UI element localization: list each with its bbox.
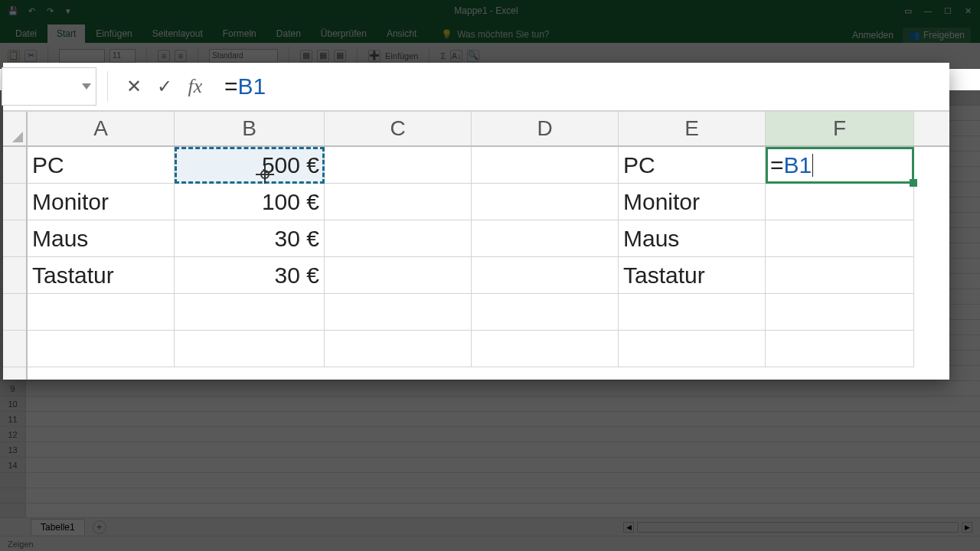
cell-B4[interactable]: 30 €: [175, 257, 325, 294]
cell-E5[interactable]: [619, 294, 766, 331]
font-size-dropdown[interactable]: 11: [109, 49, 136, 63]
tab-daten[interactable]: Daten: [267, 24, 310, 43]
formula-bar: ✕ ✓ fx =B1: [3, 63, 949, 112]
scroll-left-button[interactable]: ◀: [623, 522, 634, 533]
row-header-6[interactable]: [3, 331, 26, 367]
column-header-E[interactable]: E: [619, 112, 766, 145]
share-button[interactable]: 👥 Freigeben: [903, 28, 971, 43]
minimize-button[interactable]: —: [919, 3, 937, 18]
horizontal-scrollbar[interactable]: [637, 522, 959, 533]
new-sheet-button[interactable]: +: [93, 520, 106, 534]
tell-me-search[interactable]: 💡 Was möchten Sie tun?: [435, 26, 555, 43]
cell-E1[interactable]: PC: [619, 147, 766, 184]
column-header-D[interactable]: D: [472, 112, 619, 145]
cell-D3[interactable]: [472, 220, 619, 257]
font-name-dropdown[interactable]: [59, 49, 105, 63]
cell-F5[interactable]: [766, 294, 914, 331]
worksheet-grid[interactable]: ABCDEF PC500 €PC=B1Monitor100 €MonitorMa…: [3, 112, 949, 380]
cell-A4[interactable]: Tastatur: [28, 257, 175, 294]
cell-F6[interactable]: [766, 331, 914, 367]
align-left-icon[interactable]: ≡: [158, 50, 170, 62]
cell-F2[interactable]: [766, 184, 914, 220]
column-header-A[interactable]: A: [28, 112, 175, 145]
row-header-4[interactable]: [3, 257, 26, 294]
tab-ueberpruefen[interactable]: Überprüfen: [312, 24, 376, 43]
tab-einfuegen[interactable]: Einfügen: [87, 24, 141, 43]
cell-C3[interactable]: [325, 220, 472, 257]
cell-E6[interactable]: [619, 331, 766, 367]
cell-F3[interactable]: [766, 220, 914, 257]
tab-start[interactable]: Start: [47, 24, 85, 43]
insert-cells-icon[interactable]: ➕: [368, 50, 381, 62]
tab-formeln[interactable]: Formeln: [214, 24, 266, 43]
cut-icon[interactable]: ✂: [24, 50, 37, 62]
format-table-icon[interactable]: ▦: [317, 50, 329, 62]
qat-dropdown-icon[interactable]: ▾: [63, 5, 74, 16]
row-header-3[interactable]: [3, 220, 26, 257]
cell-styles-icon[interactable]: ▦: [334, 50, 346, 62]
undo-icon[interactable]: ↶: [26, 5, 37, 16]
cell-A1[interactable]: PC: [28, 147, 175, 184]
column-headers[interactable]: ABCDEF: [28, 112, 949, 147]
cell-E4[interactable]: Tastatur: [619, 257, 766, 294]
cell-B6[interactable]: [175, 331, 325, 367]
formula-cancel-button[interactable]: ✕: [119, 71, 149, 102]
cell-C6[interactable]: [325, 331, 472, 367]
redo-icon[interactable]: ↷: [44, 5, 55, 16]
align-center-icon[interactable]: ≡: [175, 50, 187, 62]
row-header-5[interactable]: [3, 294, 26, 331]
cell-D2[interactable]: [472, 184, 619, 220]
tab-seitenlayout[interactable]: Seitenlayout: [143, 24, 212, 43]
formula-input[interactable]: =B1: [211, 73, 949, 99]
cell-B3[interactable]: 30 €: [175, 220, 325, 257]
cell-A3[interactable]: Maus: [28, 220, 175, 257]
name-box[interactable]: [2, 67, 96, 106]
cell-B2[interactable]: 100 €: [175, 184, 325, 220]
select-all-button[interactable]: [3, 112, 28, 147]
cell-C2[interactable]: [325, 184, 472, 220]
lightbulb-icon: 💡: [441, 29, 452, 40]
insert-function-button[interactable]: fx: [180, 71, 211, 102]
close-button[interactable]: ✕: [959, 3, 977, 18]
ribbon-display-icon[interactable]: ▭: [899, 3, 917, 18]
formula-enter-button[interactable]: ✓: [149, 71, 180, 102]
paste-icon[interactable]: 📋: [8, 50, 20, 62]
ribbon-tabs: Datei Start Einfügen Seitenlayout Formel…: [0, 21, 980, 43]
sheet-tab-tabelle1[interactable]: Tabelle1: [31, 519, 85, 535]
autosum-icon[interactable]: Σ: [440, 51, 446, 60]
cell-B5[interactable]: [175, 294, 325, 331]
column-header-F[interactable]: F: [766, 112, 914, 145]
cell-C4[interactable]: [325, 257, 472, 294]
conditional-format-icon[interactable]: ▦: [300, 50, 312, 62]
cell-A2[interactable]: Monitor: [28, 184, 175, 220]
cell-F1[interactable]: =B1: [766, 147, 914, 184]
row-header-2[interactable]: [3, 184, 26, 220]
cell-D6[interactable]: [472, 331, 619, 367]
cell-F4[interactable]: [766, 257, 914, 294]
scroll-right-button[interactable]: ▶: [962, 522, 972, 533]
row-headers[interactable]: [3, 147, 28, 380]
name-box-dropdown-icon[interactable]: [82, 83, 91, 90]
row-header-1[interactable]: [3, 147, 26, 184]
sort-filter-icon[interactable]: A↓: [450, 50, 462, 62]
tab-ansicht[interactable]: Ansicht: [377, 24, 426, 43]
cell-E3[interactable]: Maus: [619, 220, 766, 257]
cell-B1[interactable]: 500 €: [175, 147, 325, 184]
tab-datei[interactable]: Datei: [6, 24, 46, 43]
cell-A5[interactable]: [28, 294, 175, 331]
column-header-C[interactable]: C: [325, 112, 472, 145]
find-select-icon[interactable]: 🔍: [467, 50, 479, 62]
cell-C1[interactable]: [325, 147, 472, 184]
cell-C5[interactable]: [325, 294, 472, 331]
cell-D1[interactable]: [472, 147, 619, 184]
cell-E2[interactable]: Monitor: [619, 184, 766, 220]
save-icon[interactable]: 💾: [8, 5, 18, 16]
signin-link[interactable]: Anmelden: [852, 30, 893, 41]
cell-D4[interactable]: [472, 257, 619, 294]
cell-D5[interactable]: [472, 294, 619, 331]
cells-area[interactable]: PC500 €PC=B1Monitor100 €MonitorMaus30 €M…: [28, 147, 949, 380]
number-format-dropdown[interactable]: Standard: [209, 49, 278, 63]
cell-A6[interactable]: [28, 331, 175, 367]
column-header-B[interactable]: B: [175, 112, 325, 145]
maximize-button[interactable]: ☐: [939, 3, 957, 18]
